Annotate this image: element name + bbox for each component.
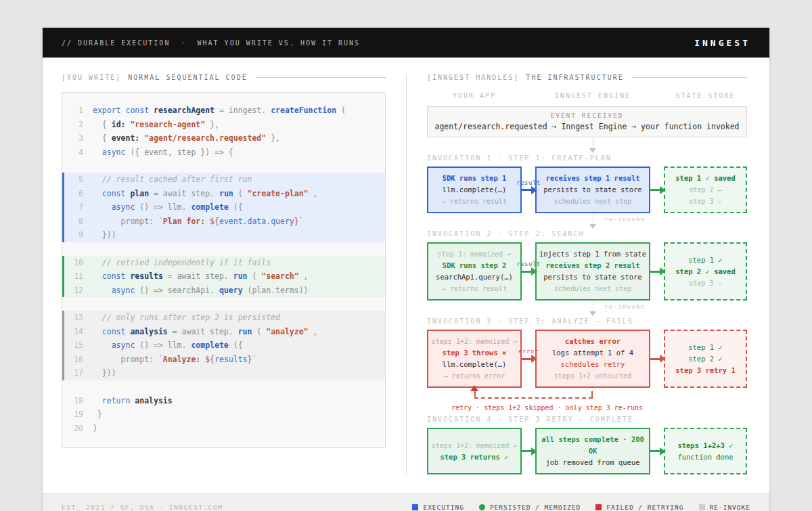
code-block: 10 // retried independently if it fails1… <box>62 256 385 298</box>
event-connector <box>427 137 747 154</box>
code-line: 11 const results = await step. run ( "se… <box>64 269 385 284</box>
flow-box-line: receives step 2 result <box>539 260 647 271</box>
flow-box-line: steps 1+2 untouched <box>539 370 647 382</box>
code-token: Analyze: <box>163 355 205 364</box>
code-token: } <box>294 217 299 226</box>
code-token: () => llm. <box>135 202 191 212</box>
line-number: 14 <box>64 325 83 339</box>
code-token: async <box>93 202 135 212</box>
flow-box-line: schedules retry <box>539 359 647 370</box>
flow-box-line: steps 1+2: memoized ↩ <box>430 336 518 347</box>
code-token: { <box>93 133 112 143</box>
retry-connector <box>427 389 747 401</box>
code-token: () => llm. <box>135 340 191 350</box>
code-token: const <box>93 327 125 336</box>
re-invoke-connector: re-invoke <box>427 213 747 230</box>
code-token: "agent/research.requested" <box>144 133 266 143</box>
content: [YOU WRITE] NORMAL SEQUENTIAL CODE 1expo… <box>43 58 769 493</box>
flow-box-your-app: SDK runs step 1llm.complete(…)→ returns … <box>427 166 522 213</box>
code-token: ({ event, step }) => { <box>125 148 233 157</box>
connector-line <box>593 213 593 225</box>
arrow-label: result <box>516 261 541 267</box>
arrow-head <box>531 186 537 194</box>
code-text: const analysis = await step. run ( "anal… <box>93 325 317 339</box>
flow-arrow: result <box>522 166 535 213</box>
code-token: Plan for: <box>163 217 210 226</box>
flow-box-state-store: step 1 ✓ savedstep 2 —step 3 — <box>664 166 747 213</box>
infra-panel-title-text: THE INFRASTRUCTURE <box>526 74 623 81</box>
arrow-head <box>660 447 666 456</box>
code-line: 3 { event: "agent/research.requested" }, <box>64 131 385 146</box>
code-token: run <box>233 271 248 281</box>
code-panel: [YOU WRITE] NORMAL SEQUENTIAL CODE 1expo… <box>43 74 407 474</box>
flow-box-line: step 1 ✓ saved <box>667 173 744 184</box>
code-line: 1export const researchAgent = inngest. c… <box>64 104 385 118</box>
arrow-right-icon: error <box>522 358 535 360</box>
flow-box-line: receives step 1 result <box>539 173 647 184</box>
code-token: () => searchApi. <box>135 286 219 295</box>
code-token: createFunction <box>271 106 336 115</box>
flow-box-line: step 3 returns ✓ <box>430 451 518 463</box>
code-token: results <box>215 355 247 364</box>
legend-label: EXECUTING <box>423 504 464 511</box>
infrastructure-panel: [INNGEST HANDLES] THE INFRASTRUCTURE YOU… <box>407 74 769 474</box>
code-token: // result cached after first run <box>93 175 252 184</box>
code-line: 4 async ({ event, step }) => { <box>64 146 385 160</box>
flow-box-line: → returns error <box>430 370 518 382</box>
arrow-right-icon: result <box>522 189 535 191</box>
code-token: "search" <box>261 271 298 281</box>
code-panel-title: [YOU WRITE] NORMAL SEQUENTIAL CODE <box>62 74 386 81</box>
flow-box-line: injects step 1 from state <box>539 248 647 260</box>
code-token: const <box>93 271 125 281</box>
line-number: 5 <box>64 173 83 187</box>
code-token: ${ <box>210 217 219 226</box>
flow-arrow <box>650 242 664 301</box>
code-line: 2 { id: "research-agent" }, <box>64 118 385 132</box>
code-token: ` <box>252 355 256 364</box>
invocation-label: INVOCATION 1 · STEP 1: CREATE-PLAN <box>427 154 747 162</box>
code-token: = await step. <box>149 189 219 198</box>
arrow-right-icon <box>650 358 664 360</box>
code-text: prompt: `Analyze: ${results}` <box>93 353 256 367</box>
connector-line <box>593 137 593 149</box>
line-number: 13 <box>64 311 83 325</box>
line-number: 1 <box>64 104 83 118</box>
legend-label: PERSISTED / MEMOIZED <box>490 504 581 511</box>
legend-item: FAILED / RETRYING <box>595 504 683 511</box>
flow-box-line: step 3 retry 1 <box>667 365 744 376</box>
line-number: 18 <box>64 394 83 408</box>
code-token: // retried independently if it fails <box>93 258 271 267</box>
code-token: // only runs after step 2 is persisted <box>93 313 280 322</box>
code-token: })) <box>93 230 116 240</box>
code-token: return <box>93 396 130 405</box>
code-line: 8 prompt: `Plan for: ${event.data.query}… <box>64 215 385 229</box>
flow-box-state-store: step 1 ✓step 2 ✓ savedstep 3 — <box>664 242 747 301</box>
infra-panel-title: [INNGEST HANDLES] THE INFRASTRUCTURE <box>427 74 747 81</box>
code-token: id: <box>112 120 126 129</box>
code-token: "research-agent" <box>130 120 205 129</box>
flow-box-line: persists to state store <box>539 271 647 283</box>
flow-box-line: SDK runs step 1 <box>430 173 518 184</box>
flow-box-line: persists to state store <box>539 184 647 196</box>
connector-line <box>593 301 593 312</box>
code-token: })) <box>93 368 116 378</box>
legend-square-icon <box>699 504 705 510</box>
column-header-your-app: YOUR APP <box>427 92 522 99</box>
code-token: { <box>93 120 112 129</box>
flow-box-line: step 1: memoized ↩ <box>430 248 518 260</box>
flow-box-line: step 3 throws × <box>430 347 518 359</box>
flow-box-line: step 1 ✓ <box>667 254 744 266</box>
arrow-right-icon <box>650 450 664 452</box>
line-number: 7 <box>64 200 83 215</box>
code-line: 10 // retried independently if it fails <box>64 256 385 270</box>
code-token: async <box>93 286 135 295</box>
code-panel-title-text: NORMAL SEQUENTIAL CODE <box>128 74 247 81</box>
column-headers: YOUR APP INNGEST ENGINE STATE STORE <box>427 92 747 99</box>
main-card: // DURABLE EXECUTION · WHAT YOU WRITE VS… <box>42 27 770 511</box>
column-gap <box>650 92 664 99</box>
arrow-down-icon <box>589 148 596 153</box>
code-text: } <box>93 407 102 422</box>
code-token: }, <box>205 120 219 129</box>
legend-item: PERSISTED / MEMOIZED <box>479 504 581 511</box>
arrow-right-icon <box>650 189 664 191</box>
